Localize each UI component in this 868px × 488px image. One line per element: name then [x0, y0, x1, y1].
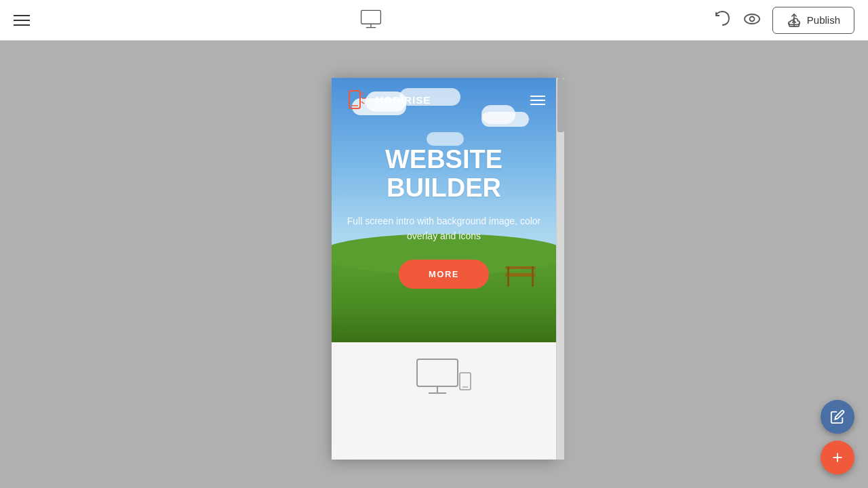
plus-icon — [830, 450, 845, 465]
svg-rect-0 — [361, 10, 381, 24]
svg-line-16 — [361, 93, 364, 95]
fab-add-button[interactable] — [821, 441, 854, 474]
preview-navbar: MOBIRISE — [332, 78, 556, 122]
preview-bottom-section — [332, 342, 556, 460]
svg-rect-19 — [417, 359, 458, 386]
svg-point-4 — [749, 16, 754, 21]
preview-hero-subtitle: Full screen intro with background image,… — [345, 214, 542, 244]
hero-title-line2: BUILDER — [345, 174, 542, 203]
fab-edit-button[interactable] — [821, 400, 854, 434]
svg-line-18 — [361, 102, 364, 104]
more-button[interactable]: MORE — [399, 260, 489, 289]
preview-monitor-sketch — [414, 356, 475, 400]
toolbar-left — [14, 15, 30, 26]
publish-label: Publish — [807, 14, 840, 26]
toolbar: Publish — [0, 0, 868, 41]
scrollbar-thumb[interactable] — [557, 78, 564, 132]
svg-point-3 — [745, 14, 760, 24]
canvas-area: MOBIRISE WEBSITE BUILDER Full screen int… — [0, 41, 868, 488]
mobirise-logo-icon — [342, 87, 370, 114]
toolbar-center — [359, 7, 383, 34]
undo-button[interactable] — [713, 9, 732, 31]
toolbar-right: Publish — [713, 7, 854, 34]
preview-hero: MOBIRISE WEBSITE BUILDER Full screen int… — [332, 78, 556, 342]
hero-title-line1: WEBSITE — [345, 146, 542, 174]
preview-hero-content: WEBSITE BUILDER Full screen intro with b… — [332, 146, 556, 289]
preview-scrollbar[interactable] — [556, 78, 564, 460]
preview-hamburger-menu[interactable] — [530, 96, 545, 105]
preview-button[interactable] — [743, 9, 762, 31]
preview-logo-text: MOBIRISE — [375, 94, 431, 106]
menu-button[interactable] — [14, 15, 30, 26]
pencil-icon — [830, 409, 845, 424]
publish-button[interactable]: Publish — [772, 7, 854, 34]
preview-logo: MOBIRISE — [342, 87, 431, 114]
monitor-view-button[interactable] — [359, 7, 383, 34]
preview-hero-title: WEBSITE BUILDER — [345, 146, 542, 203]
preview-frame: MOBIRISE WEBSITE BUILDER Full screen int… — [332, 78, 556, 460]
